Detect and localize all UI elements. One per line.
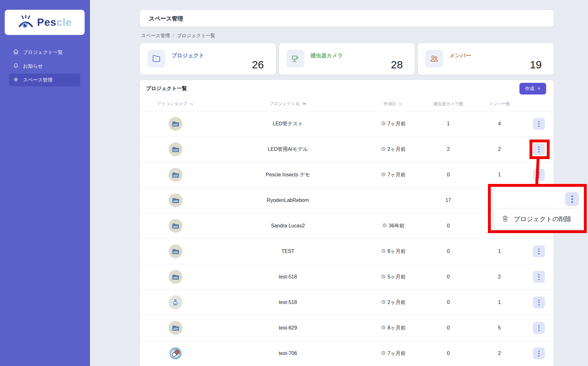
member-count: 2 [475, 351, 524, 356]
sidebar-item-space-management[interactable]: スペース管理 [9, 74, 80, 86]
plus-icon: + [537, 85, 541, 92]
project-name: test-518 [211, 274, 365, 280]
stat-card-trap-cameras: 捕虫器カメラ 28 [279, 43, 415, 75]
row-menu-button[interactable] [533, 271, 545, 283]
row-menu-button-highlighted[interactable] [565, 192, 579, 206]
sidebar-item-label: プロジェクト一覧 [23, 49, 63, 56]
annotation-box-large: プロジェクトの削除 [488, 184, 587, 233]
member-count: 4 [475, 121, 524, 127]
camera-count: 1 [422, 121, 475, 127]
folder-project-icon [169, 270, 182, 284]
row-menu-button[interactable] [533, 296, 545, 308]
table-title: プロジェクト一覧 [146, 85, 187, 92]
folder-project-icon [169, 321, 182, 335]
clock-icon [381, 249, 386, 254]
clock-icon [381, 146, 386, 152]
table-row[interactable]: TEST 8ヶ月前 0 1 [140, 239, 554, 264]
created-date: 8ヶ月前 [365, 325, 422, 331]
camera-count: 0 [422, 249, 475, 254]
column-header-created[interactable]: 作成日 [365, 101, 422, 107]
breadcrumb-separator: / [173, 33, 174, 39]
camera-count: 17 [422, 197, 475, 203]
column-header-camera-count: 捕虫器カメラ数 [422, 101, 475, 107]
project-name: test-706 [211, 351, 365, 356]
project-rows: LED管テスト 7ヶ月前 1 4 LED管用AIモデル 2ヶ月前 2 [140, 111, 554, 366]
stat-cards: プロジェクト 26 捕虫器カメラ 28 メンバー 19 [140, 43, 554, 75]
project-name: LED管テスト [211, 121, 365, 127]
sort-ascending-icon [302, 102, 306, 106]
table-row[interactable]: LED管用AIモデル 2ヶ月前 2 2 [140, 137, 554, 162]
pescle-eye-icon [18, 15, 34, 30]
pill-project-icon [169, 346, 182, 360]
table-row[interactable]: test-706 7ヶ月前 0 2 [140, 341, 554, 366]
camera-count: 0 [422, 351, 475, 356]
member-count: 5 [475, 325, 524, 331]
pescle-wordmark: Pescle [37, 16, 72, 28]
trash-icon [501, 215, 509, 224]
member-count: 2 [475, 146, 524, 152]
camera-count: 0 [422, 172, 475, 178]
created-date: 8ヶ月前 [365, 248, 422, 255]
column-header-icon-type[interactable]: アイコンタイプ [140, 101, 211, 107]
create-button[interactable]: 作成 + [519, 83, 546, 94]
sidebar-item-notifications[interactable]: お知らせ [9, 60, 80, 72]
stat-value: 28 [391, 59, 403, 71]
folder-project-icon [169, 142, 182, 156]
stat-label: メンバー [449, 52, 471, 75]
clock-icon [381, 274, 386, 280]
stat-label: 捕虫器カメラ [311, 52, 343, 75]
project-name: test-629 [211, 325, 365, 331]
gear-icon [13, 77, 19, 84]
row-menu-button[interactable] [533, 322, 545, 334]
sidebar-item-label: スペース管理 [23, 77, 53, 83]
sidebar: Pescle プロジェクト一覧 お知らせ [0, 0, 90, 366]
breadcrumb-parent[interactable]: スペース管理 [141, 33, 170, 39]
breadcrumb-current: プロジェクト一覧 [177, 33, 215, 39]
camera-count: 0 [422, 274, 475, 280]
stat-label: プロジェクト [171, 52, 204, 75]
camera-count: 2 [422, 146, 475, 152]
created-date: 7ヶ月前 [365, 350, 422, 357]
member-count: 2 [475, 274, 524, 280]
clock-icon [381, 172, 386, 178]
project-name: RyodenLabReborn [211, 197, 365, 203]
table-header-bar: プロジェクト一覧 作成 + [140, 80, 554, 97]
table-row[interactable]: test-629 8ヶ月前 0 5 [140, 315, 554, 341]
camera-count: 0 [422, 300, 475, 305]
page-title: スペース管理 [149, 15, 183, 22]
member-count: 1 [475, 300, 524, 305]
created-date: 2ヶ月前 [365, 299, 422, 306]
page-header: スペース管理 [140, 10, 554, 27]
row-menu-button[interactable] [533, 347, 545, 359]
clock-icon [381, 351, 386, 357]
breadcrumb: スペース管理 / プロジェクト一覧 [141, 33, 215, 39]
project-name: LED管用AIモデル [211, 146, 365, 153]
table-row[interactable]: LED管テスト 7ヶ月前 1 4 [140, 111, 554, 137]
created-date: 5ヶ月前 [365, 274, 422, 280]
created-date: 36年前 [365, 223, 422, 229]
project-name: Pescle Insects デモ [211, 172, 365, 178]
row-menu-button[interactable] [533, 118, 545, 130]
clock-icon [381, 300, 386, 306]
stat-card-members: メンバー 19 [418, 43, 554, 75]
folder-project-icon [169, 219, 182, 233]
camera-count: 0 [422, 325, 475, 331]
clock-icon [381, 121, 386, 127]
home-icon [13, 49, 19, 56]
bell-icon [13, 63, 19, 70]
stat-card-projects: プロジェクト 26 [140, 43, 276, 75]
folder-project-icon [169, 244, 182, 258]
context-menu-item-label: プロジェクトの削除 [514, 215, 571, 223]
sidebar-item-project-list[interactable]: プロジェクト一覧 [9, 46, 80, 59]
clock-icon [381, 325, 386, 331]
folder-icon [148, 50, 165, 67]
pescle-logo: Pescle [5, 10, 85, 35]
table-row[interactable]: test-518 2ヶ月前 0 1 [140, 290, 554, 315]
member-count: 1 [475, 172, 524, 178]
created-date: 2ヶ月前 [365, 146, 422, 153]
column-header-project-name[interactable]: プロジェクト名 [211, 101, 365, 107]
table-row[interactable]: test-518 5ヶ月前 0 2 [140, 264, 554, 290]
sidebar-item-label: お知らせ [23, 63, 43, 70]
row-menu-button[interactable] [533, 245, 545, 257]
context-menu-delete-project[interactable]: プロジェクトの削除 [495, 209, 582, 229]
